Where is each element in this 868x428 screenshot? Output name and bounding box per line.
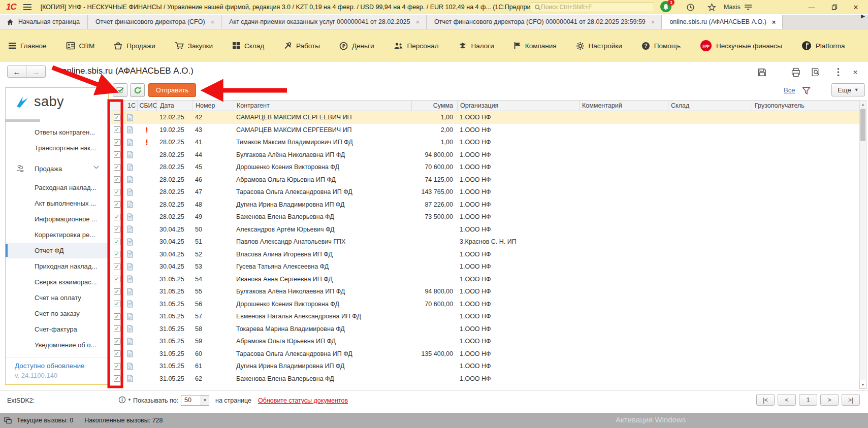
table-row[interactable]: ✓12.02.2542САМАРЦЕВ МАКСИМ СЕРГЕЕВИЧ ИП1… [111,111,859,124]
row-checkbox[interactable]: ✓ [114,251,120,257]
table-row[interactable]: ✓31.05.2558Токарева Марина Владимировна … [111,323,859,336]
select-all-button[interactable] [113,83,127,97]
ribbon-item-crm[interactable]: CRM [66,42,95,50]
row-checkbox[interactable]: ✓ [114,350,120,357]
row-checkbox[interactable]: ✓ [114,239,120,245]
table-row[interactable]: ✓31.05.2561Дугина Ирина Владимировна ИП … [111,360,859,373]
table-row[interactable]: ✓31.05.2560Тарасова Ольга Александровна … [111,348,859,360]
ribbon-item-warehouse[interactable]: Склад [232,42,264,50]
forward-button[interactable]: → [26,65,46,78]
table-row[interactable]: ✓!19.02.2543САМАРЦЕВ МАКСИМ СЕРГЕЕВИЧ ИП… [111,124,859,137]
row-checkbox[interactable]: ✓ [114,214,120,220]
search-input[interactable] [541,4,651,11]
save-icon[interactable] [756,66,768,78]
restore-button[interactable] [828,2,841,12]
table-row[interactable]: ✓28.02.2547Тарасова Ольга Александровна … [111,186,859,199]
update-available-link[interactable]: Доступно обновление [15,362,108,370]
table-row[interactable]: ✓28.02.2544Булгакова Алёна Николаевна ИП… [111,149,859,161]
row-checkbox[interactable]: ✓ [114,114,120,121]
table-row[interactable]: ✓31.05.2555Булгакова Алёна Николаевна ИП… [111,285,859,298]
row-checkbox[interactable]: ✓ [114,276,120,282]
first-page-button[interactable]: |< [756,394,775,406]
scroll-up-icon[interactable]: ▲ [860,101,866,108]
filter-all-link[interactable]: Все [784,86,795,94]
info-button[interactable]: ▼ [118,396,132,404]
row-checkbox[interactable]: ✓ [114,313,120,320]
page-number-button[interactable]: 1 [799,394,817,406]
ribbon-item-platforma[interactable]: Platforma [801,41,845,51]
table-row[interactable]: ✓28.02.2545Дорошенко Ксения Викторовна Ф… [111,161,859,174]
refresh-statuses-link[interactable]: Обновите статусы документов [258,397,348,404]
sidebar-item[interactable]: Уведомление об о... [6,337,108,353]
service-menu-icon[interactable] [743,2,754,13]
sidebar-item[interactable]: Счет по заказу [6,306,108,321]
row-checkbox[interactable]: ✓ [114,325,120,332]
table-row[interactable]: ✓31.05.2559Абрамова Ольга Юрьевна ИП ФД1… [111,335,859,348]
column-header[interactable]: Организация [457,101,579,111]
ribbon-item-menu[interactable]: Главное [8,42,47,50]
ribbon-item-company[interactable]: Компания [513,42,557,50]
column-header[interactable]: Контрагент [234,101,411,111]
column-header[interactable] [111,101,123,111]
column-header[interactable]: 1С [123,101,137,111]
table-row[interactable]: ✓31.05.2556Дорошенко Ксения Викторовна Ф… [111,298,859,311]
column-header[interactable]: Комментарий [579,101,668,111]
minimize-button[interactable]: — [805,2,818,12]
global-search-input[interactable] [531,2,654,12]
table-row[interactable]: ✓28.02.2549Баженова Елена Валерьевна ФД7… [111,211,859,223]
row-checkbox[interactable]: ✓ [114,338,120,345]
ribbon-item-help[interactable]: ?Помощь [641,42,681,50]
row-checkbox[interactable]: ✓ [114,288,120,295]
column-header[interactable]: Дата [156,101,192,111]
table-row[interactable]: ✓!28.02.2541Тимаков Максим Владимирович … [111,136,859,149]
sidebar-item[interactable]: Ответы контраген... [6,124,108,140]
table-row[interactable]: ✓31.05.2554Иванова Анна Сергеевна ИП ФД1… [111,273,859,286]
page-size-select[interactable]: 50 ▼ [181,395,209,406]
history-button[interactable] [685,2,696,13]
row-checkbox[interactable]: ✓ [114,375,120,382]
sidebar-item[interactable]: Расходная наклад... [6,180,108,195]
filter-funnel-icon[interactable] [801,86,811,97]
row-checkbox[interactable]: ✓ [114,264,120,270]
tab-close-icon[interactable]: × [211,19,215,25]
favorites-star-icon[interactable] [706,2,717,13]
table-row[interactable]: ✓31.05.2562Баженова Елена Валерьевна ФД1… [111,373,859,385]
sidebar-item[interactable]: Счет-фактура [6,321,108,337]
row-checkbox[interactable]: ✓ [114,139,120,146]
sidebar-item[interactable]: Счет на оплату [6,290,108,306]
row-checkbox[interactable]: ✓ [114,226,120,233]
sidebar-item[interactable]: Отчет ФД [6,243,108,258]
ribbon-item-taxes[interactable]: Налоги [458,42,494,50]
row-checkbox[interactable]: ✓ [114,126,120,133]
ribbon-item-nf[interactable]: НФНескучные финансы [700,40,782,52]
ribbon-item-settings[interactable]: Настройки [576,42,622,50]
table-row[interactable]: ✓30.04.2552Власова Алина Игоревна ИП ФД1… [111,248,859,261]
table-row[interactable]: ✓30.04.2550Александров Артём Юрьевич ФД1… [111,223,859,236]
back-button[interactable]: ← [7,65,26,78]
tab-item[interactable]: Отчет финансового директора (CFO) 000000… [427,15,662,29]
row-checkbox[interactable]: ✓ [114,301,120,307]
print-icon[interactable] [790,66,802,78]
last-page-button[interactable]: >| [842,394,860,406]
close-page-icon[interactable]: ✕ [849,66,861,78]
row-checkbox[interactable]: ✓ [114,151,120,158]
tab-close-icon[interactable]: × [416,19,420,25]
sidebar-item[interactable]: Акт выполненных ... [6,195,108,211]
scrollbar-thumb[interactable] [860,109,865,141]
sidebar-item[interactable]: Приходная наклад... [6,258,108,274]
sidebar-item[interactable]: Сверка взаиморас... [6,274,108,290]
prev-page-button[interactable]: < [778,394,796,406]
table-row[interactable]: ✓30.04.2551Павлов Александр Анатольевич … [111,236,859,248]
ribbon-item-works[interactable]: Работы [283,42,320,50]
table-row[interactable]: ✓28.02.2546Абрамова Ольга Юрьевна ИП ФД7… [111,174,859,186]
tab-close-icon[interactable]: × [772,19,776,25]
sidebar-item[interactable]: Транспортные нак... [6,140,108,156]
main-menu-icon[interactable] [23,4,31,10]
table-row[interactable]: ✓31.05.2557Евменова Наталья Александровн… [111,310,859,323]
ribbon-item-staff[interactable]: Персонал [394,42,439,50]
tab-item[interactable]: Начальная страница [0,15,88,29]
ribbon-item-purchases[interactable]: Закупки [175,42,213,50]
column-header[interactable]: Склад [668,101,752,111]
refresh-button[interactable] [130,83,145,97]
user-name[interactable]: Maxis [724,4,741,11]
